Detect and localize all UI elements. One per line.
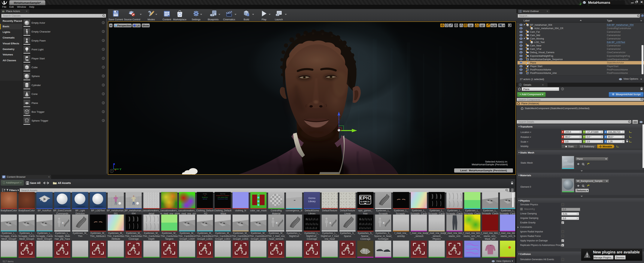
svg-text:+: + bbox=[276, 221, 278, 225]
svg-text:+: + bbox=[382, 221, 385, 225]
svg-text:+: + bbox=[329, 221, 332, 225]
svg-text:Y: Y bbox=[120, 168, 122, 171]
svg-text:?: ? bbox=[111, 170, 112, 172]
svg-text:+: + bbox=[526, 73, 527, 75]
svg-text:x: x bbox=[115, 168, 116, 171]
svg-text:+: + bbox=[62, 221, 64, 225]
